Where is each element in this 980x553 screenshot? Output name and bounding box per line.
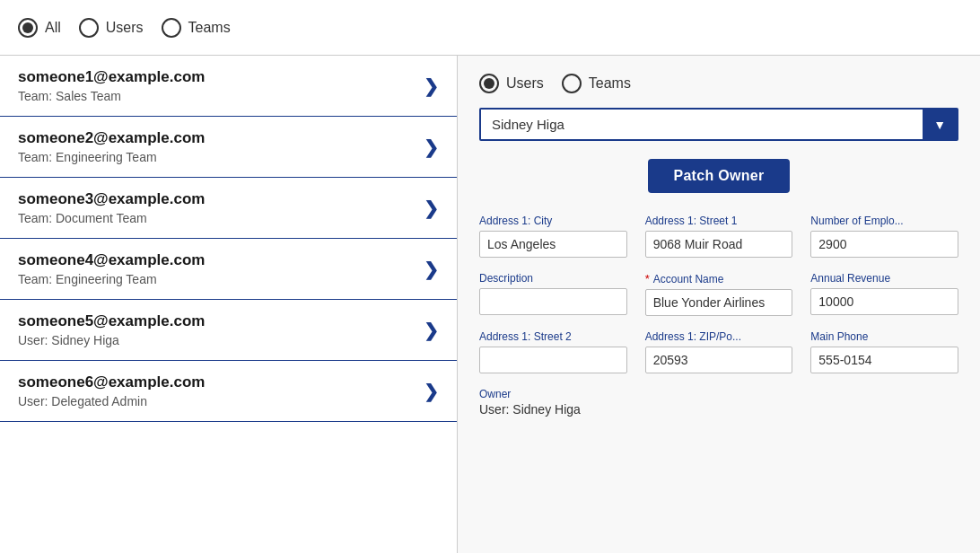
field-input-zipCode[interactable] xyxy=(645,347,793,373)
field-group-mainPhone: Main Phone xyxy=(810,330,958,373)
list-item-email: someone2@example.com xyxy=(18,129,205,147)
owner-value: User: Sidney Higa xyxy=(479,402,958,417)
list-item[interactable]: someone1@example.com Team: Sales Team ❯ xyxy=(0,56,457,117)
chevron-right-icon: ❯ xyxy=(424,381,439,402)
list-item-email: someone4@example.com xyxy=(18,251,205,269)
list-item-text: someone5@example.com User: Sidney Higa xyxy=(18,312,205,347)
radio-teams-right[interactable]: Teams xyxy=(562,74,631,93)
field-label-row-annualRevenue: Annual Revenue xyxy=(810,272,958,285)
field-input-annualRevenue[interactable] xyxy=(810,288,958,315)
field-group-street2: Address 1: Street 2 xyxy=(479,330,627,373)
list-item[interactable]: someone3@example.com Team: Document Team… xyxy=(0,178,457,239)
field-group-city: Address 1: City xyxy=(479,215,627,258)
list-item-subtext: Team: Engineering Team xyxy=(18,150,205,164)
radio-teams-right-label: Teams xyxy=(589,75,631,92)
list-item-email: someone3@example.com xyxy=(18,190,205,208)
field-label-street2: Address 1: Street 2 xyxy=(479,330,572,343)
field-label-numEmployees: Number of Emplo... xyxy=(810,215,903,227)
top-radio-group: All Users Teams xyxy=(18,18,231,38)
list-item-text: someone1@example.com Team: Sales Team xyxy=(18,68,205,103)
dropdown-chevron-icon[interactable]: ▼ xyxy=(923,110,957,139)
field-group-annualRevenue: Annual Revenue xyxy=(810,272,958,316)
radio-users-top-circle xyxy=(79,18,99,38)
owner-section: Owner User: Sidney Higa xyxy=(479,388,958,417)
field-input-description[interactable] xyxy=(479,288,627,315)
field-label-mainPhone: Main Phone xyxy=(810,330,868,343)
list-item-email: someone1@example.com xyxy=(18,68,205,86)
field-label-row-zipCode: Address 1: ZIP/Po... xyxy=(645,330,793,343)
required-indicator: * xyxy=(645,272,650,285)
radio-users-right-label: Users xyxy=(506,75,544,92)
chevron-right-icon: ❯ xyxy=(424,75,439,97)
radio-teams-top[interactable]: Teams xyxy=(162,18,231,38)
list-item-subtext: Team: Sales Team xyxy=(18,89,205,103)
field-label-row-street2: Address 1: Street 2 xyxy=(479,330,627,343)
field-input-street2[interactable] xyxy=(479,347,627,373)
field-group-zipCode: Address 1: ZIP/Po... xyxy=(645,330,793,373)
field-label-zipCode: Address 1: ZIP/Po... xyxy=(645,330,741,343)
user-dropdown[interactable]: Sidney Higa ▼ xyxy=(479,108,958,141)
field-label-street1: Address 1: Street 1 xyxy=(645,215,738,227)
radio-all-circle xyxy=(18,18,38,38)
chevron-right-icon: ❯ xyxy=(424,259,439,280)
list-item[interactable]: someone2@example.com Team: Engineering T… xyxy=(0,117,457,178)
radio-teams-right-circle xyxy=(562,74,582,93)
field-label-row-description: Description xyxy=(479,272,627,285)
radio-teams-top-label: Teams xyxy=(188,20,231,36)
owner-label: Owner xyxy=(479,388,958,400)
field-label-description: Description xyxy=(479,272,533,285)
radio-all[interactable]: All xyxy=(18,18,61,38)
list-item-email: someone6@example.com xyxy=(18,373,205,391)
main-content: someone1@example.com Team: Sales Team ❯ … xyxy=(0,56,980,553)
list-item-subtext: Team: Document Team xyxy=(18,211,205,225)
list-item-text: someone6@example.com User: Delegated Adm… xyxy=(18,373,205,408)
radio-users-top-label: Users xyxy=(106,20,144,36)
field-input-street1[interactable] xyxy=(645,231,793,258)
patch-owner-button[interactable]: Patch Owner xyxy=(648,159,789,193)
field-group-description: Description xyxy=(479,272,627,316)
list-item-subtext: User: Sidney Higa xyxy=(18,333,205,347)
field-label-row-street1: Address 1: Street 1 xyxy=(645,215,793,227)
right-radio-group: Users Teams xyxy=(479,74,958,93)
list-item-text: someone4@example.com Team: Engineering T… xyxy=(18,251,205,286)
left-panel: someone1@example.com Team: Sales Team ❯ … xyxy=(0,56,458,553)
field-input-city[interactable] xyxy=(479,231,627,258)
list-item-subtext: User: Delegated Admin xyxy=(18,394,205,408)
list-item-subtext: Team: Engineering Team xyxy=(18,272,205,286)
field-label-row-accountName: *Account Name xyxy=(645,272,793,285)
field-input-numEmployees[interactable] xyxy=(810,231,958,258)
list-item-email: someone5@example.com xyxy=(18,312,205,330)
top-filter-bar: All Users Teams xyxy=(0,0,980,56)
right-panel: Users Teams Sidney Higa ▼ Patch Owner Ad… xyxy=(458,56,980,553)
fields-grid: Address 1: CityAddress 1: Street 1Number… xyxy=(479,215,958,373)
field-label-annualRevenue: Annual Revenue xyxy=(810,272,890,285)
field-label-row-numEmployees: Number of Emplo... xyxy=(810,215,958,227)
field-label-row-city: Address 1: City xyxy=(479,215,627,227)
dropdown-value: Sidney Higa xyxy=(481,110,923,139)
chevron-right-icon: ❯ xyxy=(424,136,439,158)
list-item[interactable]: someone4@example.com Team: Engineering T… xyxy=(0,239,457,300)
radio-teams-top-circle xyxy=(162,18,181,38)
field-group-numEmployees: Number of Emplo... xyxy=(810,215,958,258)
radio-all-label: All xyxy=(45,20,61,36)
field-group-street1: Address 1: Street 1 xyxy=(645,215,793,258)
field-input-mainPhone[interactable] xyxy=(810,347,958,373)
list-item-text: someone2@example.com Team: Engineering T… xyxy=(18,129,205,164)
list-item[interactable]: someone5@example.com User: Sidney Higa ❯ xyxy=(0,300,457,361)
field-label-accountName: Account Name xyxy=(653,273,724,285)
list-item[interactable]: someone6@example.com User: Delegated Adm… xyxy=(0,361,457,422)
chevron-right-icon: ❯ xyxy=(424,198,439,219)
radio-users-right[interactable]: Users xyxy=(479,74,544,93)
list-item-text: someone3@example.com Team: Document Team xyxy=(18,190,205,225)
field-label-row-mainPhone: Main Phone xyxy=(810,330,958,343)
radio-users-top[interactable]: Users xyxy=(79,18,144,38)
field-group-accountName: *Account Name xyxy=(645,272,793,316)
field-label-city: Address 1: City xyxy=(479,215,552,227)
field-input-accountName[interactable] xyxy=(645,289,793,316)
radio-users-right-circle xyxy=(479,74,499,93)
chevron-right-icon: ❯ xyxy=(424,320,439,341)
